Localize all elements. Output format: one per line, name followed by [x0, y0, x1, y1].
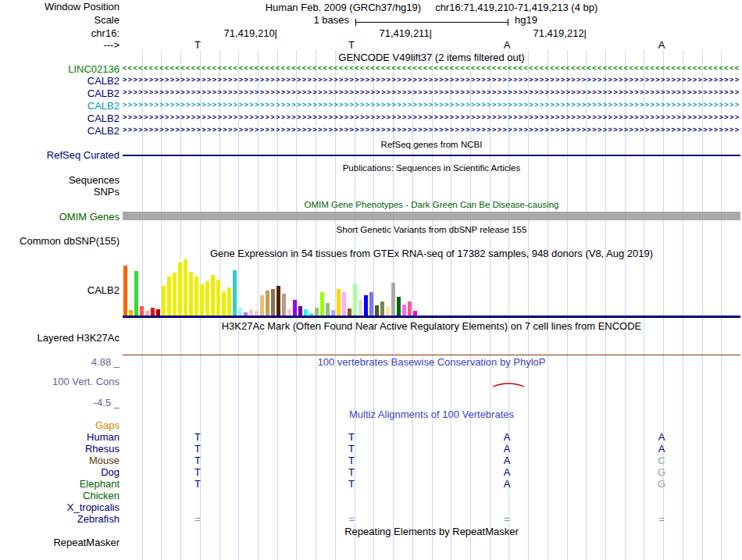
- gtex-bar[interactable]: [293, 300, 297, 316]
- gtex-bar[interactable]: [238, 308, 242, 316]
- multiz-species-label[interactable]: Gaps: [95, 419, 120, 431]
- gtex-bar[interactable]: [353, 284, 357, 316]
- gtex-bar[interactable]: [216, 280, 220, 316]
- gtex-bar[interactable]: [408, 301, 412, 316]
- multiz-species-label[interactable]: X_tropicalis: [67, 501, 120, 513]
- gtex-bar[interactable]: [134, 271, 138, 316]
- gtex-bar[interactable]: [145, 311, 149, 316]
- gene-track-label[interactable]: CALB2: [87, 87, 120, 99]
- phylop-track-label[interactable]: 100 Vert. Cons: [52, 376, 120, 387]
- gtex-bar[interactable]: [260, 295, 264, 316]
- gtex-bar[interactable]: [151, 308, 155, 316]
- gene-track-plus-strand[interactable]: >>>>>>>>>>>>>>>>>>>>>>>>>>>>>>>>>>>>>>>>…: [123, 75, 740, 86]
- gtex-bar[interactable]: [200, 284, 204, 316]
- gtex-bar[interactable]: [369, 292, 373, 316]
- gtex-bar[interactable]: [123, 266, 127, 316]
- multiz-species-label[interactable]: Rhesus: [85, 443, 120, 455]
- gtex-bar[interactable]: [244, 312, 248, 316]
- gtex-bar[interactable]: [233, 270, 237, 316]
- multiz-species-label[interactable]: Dog: [101, 466, 120, 478]
- gtex-bar[interactable]: [194, 276, 198, 316]
- gtex-bar[interactable]: [167, 276, 171, 316]
- gtex-bar[interactable]: [304, 309, 308, 316]
- refseq-header: RefSeq genes from NCBI: [123, 139, 740, 150]
- refseq-curated-gene-line[interactable]: [123, 155, 740, 156]
- gtex-bar[interactable]: [173, 273, 177, 316]
- gtex-bar[interactable]: [375, 305, 379, 316]
- gtex-bar[interactable]: [222, 292, 226, 316]
- gene-track-label[interactable]: CALB2: [87, 100, 120, 112]
- gtex-bar[interactable]: [364, 295, 368, 316]
- gtex-bar[interactable]: [227, 287, 231, 316]
- gene-track-label[interactable]: CALB2: [87, 112, 120, 124]
- multiz-species-label[interactable]: Chicken: [83, 490, 120, 501]
- gtex-bar[interactable]: [129, 310, 133, 316]
- gene-track-plus-strand[interactable]: >>>>>>>>>>>>>>>>>>>>>>>>>>>>>>>>>>>>>>>>…: [123, 87, 740, 98]
- gtex-bar[interactable]: [342, 292, 346, 316]
- ruler-position-label: 71,419,210|: [224, 27, 277, 39]
- alignment-base: A: [499, 466, 515, 478]
- phylop-max-value-label: 4.88 _: [91, 356, 120, 368]
- gtex-bar[interactable]: [315, 308, 319, 316]
- gtex-bar[interactable]: [413, 311, 417, 316]
- gtex-bar[interactable]: [276, 286, 280, 316]
- omim-genes-track-label[interactable]: OMIM Genes: [59, 211, 120, 223]
- snps-track-label[interactable]: SNPs: [94, 186, 120, 198]
- gtex-bar[interactable]: [402, 305, 406, 316]
- browser-image-panel: Human Feb. 2009 (GRCh37/hg19) chr16:71,4…: [123, 0, 740, 560]
- gtex-bar[interactable]: [386, 307, 390, 316]
- gtex-bar[interactable]: [255, 311, 259, 316]
- gtex-bar[interactable]: [298, 306, 302, 316]
- alignment-base: T: [344, 431, 359, 443]
- gene-track-minus-strand[interactable]: <<<<<<<<<<<<<<<<<<<<<<<<<<<<<<<<<<<<<<<<…: [123, 63, 740, 74]
- gene-track-plus-strand[interactable]: >>>>>>>>>>>>>>>>>>>>>>>>>>>>>>>>>>>>>>>>…: [123, 125, 740, 136]
- alignment-base: G: [654, 478, 669, 490]
- h3k27ac-axis-line: [123, 355, 740, 355]
- gene-track-plus-strand[interactable]: >>>>>>>>>>>>>>>>>>>>>>>>>>>>>>>>>>>>>>>>…: [123, 100, 740, 111]
- gene-track-label[interactable]: LINC02136: [68, 63, 120, 75]
- gene-track-label[interactable]: CALB2: [87, 125, 120, 137]
- multiz-species-label[interactable]: Human: [87, 431, 120, 443]
- multiz-species-label[interactable]: Elephant: [80, 478, 120, 490]
- gtex-gene-model-line[interactable]: [123, 316, 740, 318]
- gtex-bar[interactable]: [337, 289, 341, 316]
- gtex-bar[interactable]: [282, 294, 286, 316]
- alignment-base: T: [190, 455, 205, 466]
- multiz-species-label[interactable]: Mouse: [89, 455, 120, 466]
- gtex-bar[interactable]: [205, 281, 209, 316]
- alignment-base: T: [344, 478, 359, 490]
- gtex-bar[interactable]: [178, 262, 182, 316]
- gtex-bar[interactable]: [266, 291, 269, 316]
- strand-direction-label: --->: [103, 39, 120, 51]
- gtex-bar[interactable]: [184, 259, 187, 316]
- gtex-bar[interactable]: [140, 306, 144, 316]
- scale-label: Scale: [94, 14, 120, 26]
- gene-track-plus-strand[interactable]: >>>>>>>>>>>>>>>>>>>>>>>>>>>>>>>>>>>>>>>>…: [123, 112, 740, 123]
- gtex-bar[interactable]: [156, 309, 160, 316]
- gtex-bar[interactable]: [391, 283, 395, 316]
- gtex-bar[interactable]: [326, 303, 330, 316]
- gtex-gene-label[interactable]: CALB2: [87, 284, 120, 296]
- common-dbsnp-track-label[interactable]: Common dbSNP(155): [20, 235, 120, 247]
- omim-gene-bar[interactable]: [123, 212, 740, 220]
- repeatmasker-track-label[interactable]: RepeatMasker: [53, 537, 120, 548]
- gtex-bar[interactable]: [287, 309, 291, 316]
- gene-track-label[interactable]: CALB2: [87, 75, 120, 87]
- gtex-bar[interactable]: [320, 292, 324, 316]
- sequences-track-label[interactable]: Sequences: [69, 174, 120, 186]
- gtex-bar[interactable]: [189, 272, 193, 316]
- gtex-bar[interactable]: [309, 313, 313, 316]
- gtex-bar[interactable]: [397, 297, 401, 316]
- multiz-species-label[interactable]: Zebrafish: [77, 513, 120, 525]
- gtex-bar[interactable]: [211, 275, 215, 316]
- gtex-bar[interactable]: [380, 301, 384, 316]
- gtex-bar[interactable]: [271, 289, 275, 316]
- refseq-curated-track-label[interactable]: RefSeq Curated: [47, 149, 120, 161]
- layered-h3k27ac-track-label[interactable]: Layered H3K27Ac: [37, 332, 120, 344]
- gtex-bar[interactable]: [162, 286, 166, 316]
- gtex-bar[interactable]: [359, 300, 362, 316]
- gtex-bar[interactable]: [249, 309, 253, 316]
- repeatmasker-header: Repeating Elements by RepeatMasker: [123, 526, 740, 537]
- gtex-bar[interactable]: [331, 310, 335, 316]
- gtex-bar[interactable]: [348, 309, 351, 316]
